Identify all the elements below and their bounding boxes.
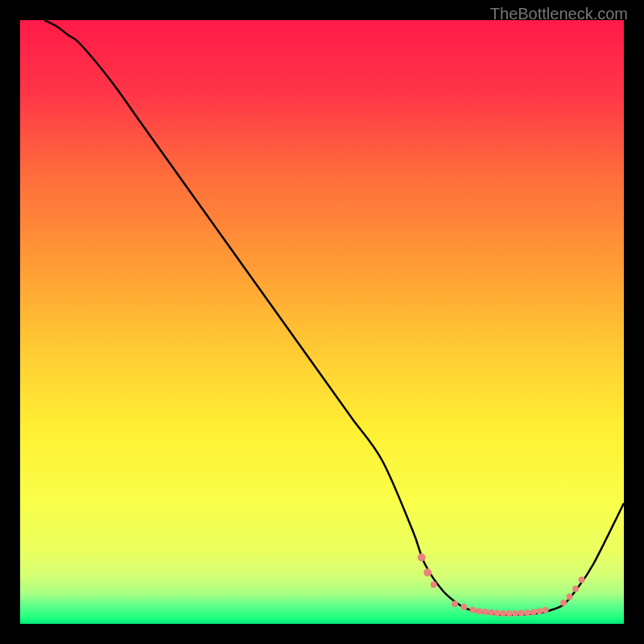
gradient-background: [20, 20, 624, 624]
data-point-marker: [423, 568, 431, 576]
data-point-marker: [500, 610, 506, 617]
data-point-marker: [460, 604, 467, 610]
chart-container: TheBottleneck.com: [0, 0, 644, 644]
data-point-marker: [579, 576, 585, 583]
data-point-marker: [470, 607, 477, 613]
data-point-marker: [476, 608, 482, 614]
data-point-marker: [506, 610, 513, 617]
data-point-marker: [524, 609, 530, 616]
data-point-marker: [560, 600, 567, 606]
data-point-marker: [452, 601, 458, 607]
data-point-marker: [431, 581, 437, 588]
data-point-marker: [488, 609, 494, 616]
data-point-marker: [536, 608, 543, 614]
data-point-marker: [530, 609, 537, 615]
plot-area: [20, 20, 624, 624]
data-point-marker: [494, 610, 501, 617]
chart-svg: [20, 20, 624, 624]
data-point-marker: [518, 610, 525, 617]
data-point-marker: [543, 607, 549, 613]
data-point-marker: [482, 609, 489, 615]
data-point-marker: [572, 586, 579, 592]
data-point-marker: [567, 593, 573, 600]
data-point-marker: [512, 610, 518, 617]
data-point-marker: [418, 554, 426, 562]
